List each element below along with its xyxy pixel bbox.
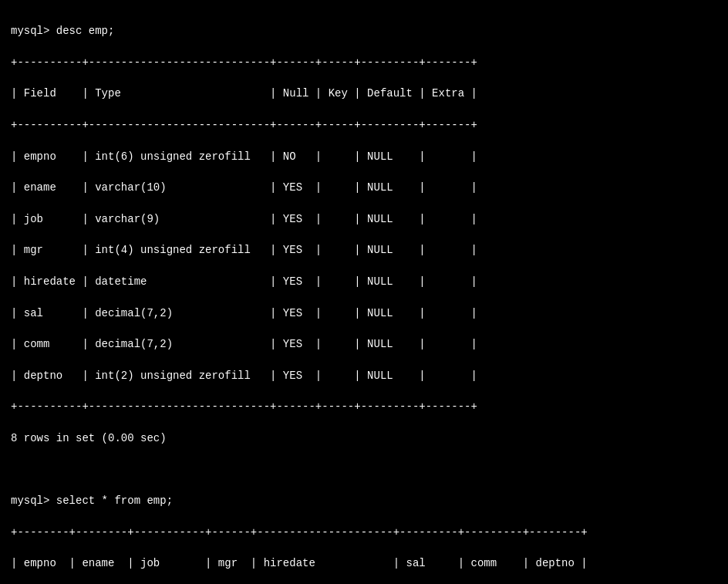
terminal-output: mysql> desc emp; +----------+-----------… xyxy=(11,8,717,584)
desc-row-4: | hiredate | datetime | YES | | NULL | | xyxy=(11,275,477,288)
select-header: | empno | ename | job | mgr | hiredate |… xyxy=(11,557,588,569)
desc-row-5: | sal | decimal(7,2) | YES | | NULL | | xyxy=(11,307,477,319)
desc-sep-top: +----------+----------------------------… xyxy=(11,56,477,69)
select-command: mysql> select * from emp; xyxy=(11,495,173,507)
desc-row-6: | comm | decimal(7,2) | YES | | NULL | | xyxy=(11,338,477,350)
desc-row-2: | job | varchar(9) | YES | | NULL | | xyxy=(11,213,477,225)
select-sep-top: +--------+--------+-----------+------+--… xyxy=(11,526,588,538)
blank-line xyxy=(11,479,17,491)
desc-row-3: | mgr | int(4) unsigned zerofill | YES |… xyxy=(11,244,477,256)
desc-sep-bot: +----------+----------------------------… xyxy=(11,400,477,413)
desc-row-7: | deptno | int(2) unsigned zerofill | YE… xyxy=(11,370,477,382)
desc-header: | Field | Type | Null | Key | Default | … xyxy=(11,87,477,100)
desc-row-1: | ename | varchar(10) | YES | | NULL | | xyxy=(11,181,477,194)
desc-row-0: | empno | int(6) unsigned zerofill | NO … xyxy=(11,150,477,163)
desc-sep-mid: +----------+----------------------------… xyxy=(11,119,477,131)
desc-command: mysql> desc emp; xyxy=(11,25,114,37)
desc-row-count: 8 rows in set (0.00 sec) xyxy=(11,432,167,444)
